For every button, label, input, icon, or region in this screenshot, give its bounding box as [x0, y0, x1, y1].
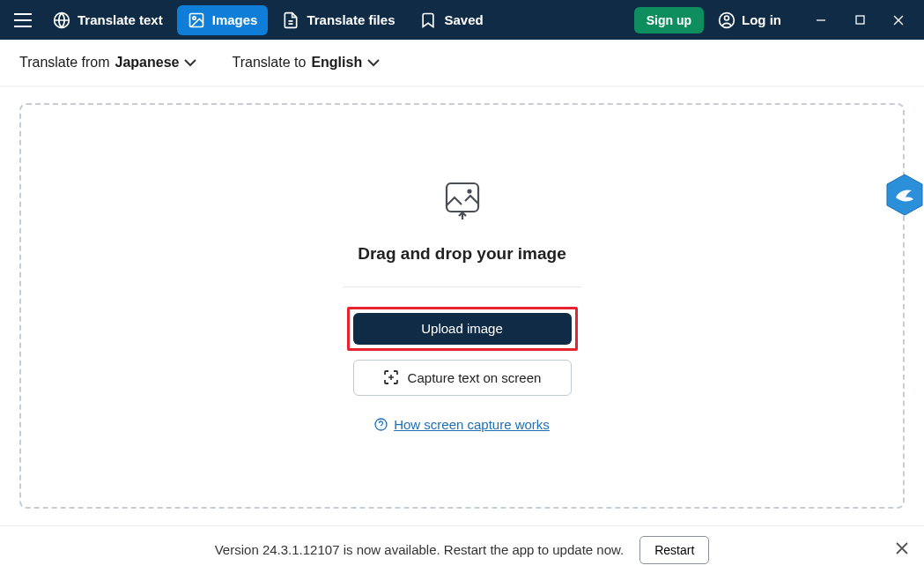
svg-point-7: [468, 190, 470, 192]
globe-icon: [53, 11, 70, 29]
from-label: Translate from: [19, 55, 110, 71]
hamburger-icon: [14, 13, 32, 27]
capture-screen-button[interactable]: Capture text on screen: [353, 360, 572, 396]
close-icon: [896, 542, 908, 554]
menu-button[interactable]: [7, 8, 39, 33]
chevron-down-icon: [184, 59, 196, 67]
dropzone-heading: Drag and drop your image: [358, 244, 565, 264]
svg-rect-5: [856, 16, 864, 24]
update-message: Version 24.3.1.12107 is now available. R…: [215, 542, 625, 557]
translate-to-select[interactable]: Translate to English: [232, 55, 380, 71]
help-link[interactable]: How screen capture works: [374, 417, 550, 432]
upload-image-button[interactable]: Upload image: [353, 313, 572, 345]
image-dropzone[interactable]: Drag and drop your image Upload image Ca…: [19, 103, 905, 509]
close-icon: [893, 15, 904, 26]
login-button[interactable]: Log in: [709, 5, 790, 35]
bookmark-icon: [419, 11, 437, 29]
svg-point-2: [193, 16, 196, 19]
update-banner: Version 24.3.1.12107 is now available. R…: [0, 525, 924, 573]
capture-label: Capture text on screen: [408, 370, 542, 385]
nav-translate-files[interactable]: Translate files: [271, 5, 405, 35]
file-icon: [282, 11, 299, 29]
login-label: Log in: [742, 12, 781, 27]
help-link-text: How screen capture works: [394, 417, 550, 432]
restart-button[interactable]: Restart: [639, 536, 709, 564]
image-icon: [188, 11, 205, 29]
divider: [344, 286, 581, 287]
window-minimize[interactable]: [802, 8, 839, 33]
maximize-icon: [855, 15, 865, 25]
nav-label: Translate text: [78, 12, 163, 27]
window-maximize[interactable]: [841, 8, 878, 33]
minimize-icon: [816, 15, 826, 26]
svg-point-8: [375, 419, 387, 430]
help-icon: [374, 418, 388, 431]
chevron-down-icon: [367, 59, 380, 67]
nav-translate-text[interactable]: Translate text: [42, 5, 174, 35]
nav-label: Saved: [444, 12, 483, 27]
nav-label: Translate files: [307, 12, 395, 27]
upload-highlight: Upload image: [347, 307, 578, 351]
signup-button[interactable]: Sign up: [634, 7, 704, 33]
update-close-button[interactable]: [896, 542, 908, 558]
from-value: Japanese: [115, 55, 180, 71]
floating-assistant-badge[interactable]: [885, 173, 924, 217]
svg-point-4: [725, 16, 729, 20]
translate-from-select[interactable]: Translate from Japanese: [19, 55, 196, 71]
to-value: English: [311, 55, 362, 71]
nav-saved[interactable]: Saved: [409, 5, 493, 35]
to-label: Translate to: [232, 55, 306, 71]
window-close[interactable]: [880, 8, 917, 33]
nav-images[interactable]: Images: [177, 5, 269, 35]
nav-label: Images: [212, 12, 258, 27]
bird-badge-icon: [885, 173, 924, 217]
svg-rect-6: [447, 183, 478, 212]
capture-icon: [383, 369, 399, 385]
upload-image-icon: [444, 181, 481, 225]
user-icon: [718, 11, 736, 29]
